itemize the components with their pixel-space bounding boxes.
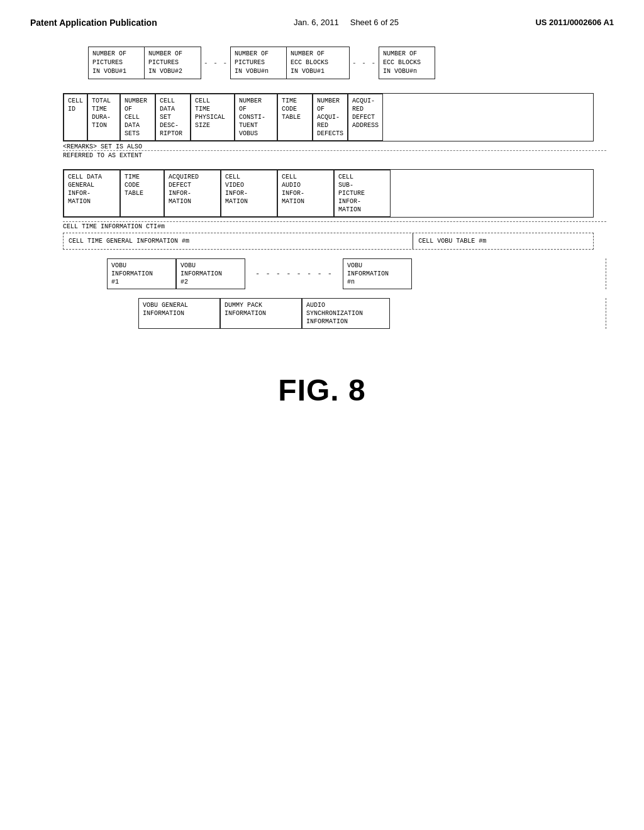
cti-label: CELL TIME INFORMATION CTI#m bbox=[63, 221, 606, 230]
data-table-col2: TIME CODE TABLE bbox=[120, 170, 164, 217]
sub-vobu-box-1: VOBU GENERAL INFORMATION bbox=[138, 298, 220, 329]
header-date-sheet: Jan. 6, 2011 Sheet 6 of 25 bbox=[294, 18, 399, 27]
cell-table-col6: NUMBER OF CONSTI- TUENT VOBUS bbox=[235, 94, 277, 141]
top-box-5: NUMBER OF ECC BLOCKS IN VOBU#n bbox=[379, 47, 435, 79]
data-table-col3: ACQUIRED DEFECT INFOR- MATION bbox=[164, 170, 221, 217]
header-sheet: Sheet 6 of 25 bbox=[350, 18, 399, 27]
top-box-3: NUMBER OF PICTURES IN VOBU#n bbox=[230, 47, 287, 79]
data-table-col6: CELL SUB- PICTURE INFOR- MATION bbox=[334, 170, 391, 217]
cell-table-col4: CELL DATA SET DESC- RIPTOR bbox=[155, 94, 191, 141]
sub-vobu-box-2: DUMMY PACK INFORMATION bbox=[220, 298, 302, 329]
remark-1: <REMARKS> SET IS ALSO bbox=[63, 143, 606, 150]
cell-table-col3: NUMBER OF CELL DATA SETS bbox=[120, 94, 155, 141]
vobu-box-2: VOBU INFORMATION #2 bbox=[176, 258, 245, 289]
header-publication: Patent Application Publication bbox=[30, 18, 157, 28]
diagram-area: NUMBER OF PICTURES IN VOBU#1 NUMBER OF P… bbox=[0, 34, 644, 348]
sub-vobu-section: VOBU GENERAL INFORMATION DUMMY PACK INFO… bbox=[138, 298, 606, 329]
page-header: Patent Application Publication Jan. 6, 2… bbox=[0, 0, 644, 34]
vobu-row: VOBU INFORMATION #1 VOBU INFORMATION #2 … bbox=[107, 258, 606, 289]
fig-label: FIG. 8 bbox=[0, 373, 644, 407]
cti-col2: CELL VOBU TABLE #m bbox=[413, 233, 593, 249]
top-box-2: NUMBER OF PICTURES IN VOBU#2 bbox=[145, 47, 201, 79]
cell-table-col1: CELL ID bbox=[64, 94, 87, 141]
cell-table-col9: ACQUI- RED DEFECT ADDRESS bbox=[348, 94, 383, 141]
cti-col1: CELL TIME GENERAL INFORMATION #m bbox=[64, 233, 413, 249]
data-table-col4: CELL VIDEO INFOR- MATION bbox=[221, 170, 277, 217]
sub-vobu-box-3: AUDIO SYNCHRONIZATION INFORMATION bbox=[302, 298, 390, 329]
dash-connector-2: - - - bbox=[350, 47, 379, 79]
cell-table-col8: NUMBER OF ACQUI- RED DEFECTS bbox=[313, 94, 348, 141]
top-box-4: NUMBER OF ECC BLOCKS IN VOBU#1 bbox=[287, 47, 350, 79]
header-patent: US 2011/0002606 A1 bbox=[535, 18, 614, 27]
cti-row: CELL TIME GENERAL INFORMATION #m CELL VO… bbox=[63, 233, 594, 250]
data-table: CELL DATA GENERAL INFOR- MATION TIME COD… bbox=[63, 169, 594, 218]
vobu-box-1: VOBU INFORMATION #1 bbox=[107, 258, 176, 289]
header-date: Jan. 6, 2011 bbox=[294, 18, 339, 27]
vobu-section: VOBU INFORMATION #1 VOBU INFORMATION #2 … bbox=[107, 258, 606, 289]
cell-table: CELL ID TOTAL TIME DURA- TION NUMBER OF … bbox=[63, 93, 594, 141]
cell-table-col5: CELL TIME PHYSICAL SIZE bbox=[191, 94, 235, 141]
cell-table-col2: TOTAL TIME DURA- TION bbox=[87, 94, 120, 141]
data-table-col5: CELL AUDIO INFOR- MATION bbox=[277, 170, 334, 217]
dash-connector-1: - - - bbox=[201, 47, 230, 79]
remark-2: REFERRED TO AS EXTENT bbox=[63, 150, 606, 159]
data-table-col1: CELL DATA GENERAL INFOR- MATION bbox=[64, 170, 120, 217]
vobu-box-n: VOBU INFORMATION #n bbox=[343, 258, 412, 289]
top-row: NUMBER OF PICTURES IN VOBU#1 NUMBER OF P… bbox=[88, 47, 606, 79]
vobu-dashes: - - - - - - - - bbox=[245, 258, 343, 289]
sub-vobu-row: VOBU GENERAL INFORMATION DUMMY PACK INFO… bbox=[138, 298, 606, 329]
top-box-1: NUMBER OF PICTURES IN VOBU#1 bbox=[88, 47, 145, 79]
cell-table-col7: TIME CODE TABLE bbox=[277, 94, 313, 141]
